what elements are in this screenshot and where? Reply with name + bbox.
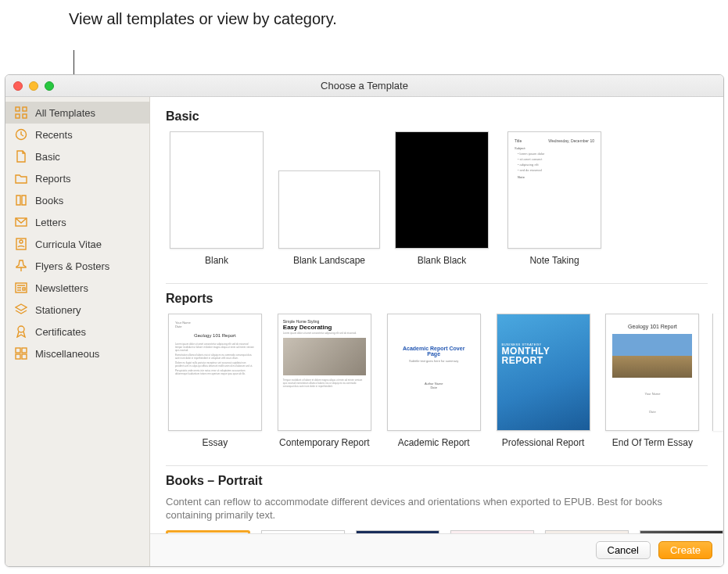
- template-overflow-peek[interactable]: [712, 314, 723, 431]
- profile-icon: [15, 238, 27, 250]
- template-blank-landscape[interactable]: Blank Landscape: [278, 131, 380, 277]
- sidebar-item-label: Curricula Vitae: [35, 239, 102, 250]
- svg-rect-2: [16, 114, 20, 118]
- callout-text: View all templates or view by category.: [69, 9, 337, 29]
- sidebar-item-flyers[interactable]: Flyers & Posters: [5, 255, 149, 277]
- template-thumbnail: Your NameDate Geology 101 Report Lorem i…: [168, 314, 262, 431]
- sidebar-item-label: All Templates: [35, 107, 95, 119]
- template-thumbnail: [395, 131, 489, 249]
- envelope-icon: [15, 216, 27, 228]
- section-title-books: Books – Portrait: [166, 474, 723, 488]
- sidebar-item-label: Basic: [35, 151, 60, 163]
- sidebar-item-stationery[interactable]: Stationery: [5, 299, 149, 321]
- sidebar-item-cv[interactable]: Curricula Vitae: [5, 233, 149, 255]
- document-icon: [15, 150, 27, 163]
- pin-icon: [15, 260, 27, 272]
- template-academic-report[interactable]: Academic Report Cover Page Subtitle text…: [385, 314, 483, 459]
- sidebar-item-label: Recents: [35, 129, 73, 141]
- template-label: Note Taking: [529, 255, 579, 277]
- template-thumbnail: [278, 170, 380, 249]
- template-chooser-window: Choose a Template All Templates Recents …: [5, 74, 724, 567]
- template-label: Academic Report: [398, 437, 470, 459]
- template-label: End Of Term Essay: [612, 437, 693, 459]
- sidebar-item-basic[interactable]: Basic: [5, 145, 149, 167]
- sidebar-item-label: Miscellaneous: [35, 348, 99, 360]
- sidebar-item-label: Certificates: [35, 326, 86, 338]
- sidebar-item-label: Newsletters: [35, 282, 88, 294]
- category-sidebar: All Templates Recents Basic Reports Book…: [5, 97, 150, 566]
- folder-icon: [15, 172, 27, 185]
- svg-rect-12: [16, 354, 20, 359]
- sidebar-item-certificates[interactable]: Certificates: [5, 321, 149, 343]
- svg-rect-3: [23, 114, 27, 118]
- svg-point-9: [18, 326, 24, 332]
- sidebar-item-reports[interactable]: Reports: [5, 167, 149, 189]
- sidebar-item-all-templates[interactable]: All Templates: [5, 102, 149, 124]
- template-thumbnail: Simple Home Styling Easy Decorating Lore…: [278, 314, 371, 431]
- template-blank[interactable]: Blank: [166, 131, 267, 277]
- svg-point-7: [20, 240, 23, 243]
- sidebar-item-label: Flyers & Posters: [35, 260, 109, 272]
- template-professional-report[interactable]: BUSINESS STRATEGY MONTHLY REPORT Profess…: [494, 314, 593, 459]
- sidebar-item-label: Letters: [35, 217, 66, 228]
- section-description-books: Content can reflow to accommodate differ…: [166, 496, 698, 522]
- reports-templates-row: Your NameDate Geology 101 Report Lorem i…: [166, 314, 723, 459]
- close-window-button[interactable]: [13, 81, 23, 91]
- template-thumbnail: Academic Report Cover Page Subtitle text…: [387, 314, 481, 431]
- template-label: Contemporary Report: [279, 437, 369, 459]
- svg-rect-11: [22, 348, 27, 353]
- template-label: Professional Report: [502, 437, 584, 459]
- template-thumbnail: TitleWednesday, December 10 Subject: • l…: [507, 131, 601, 249]
- section-title-reports: Reports: [166, 292, 723, 306]
- section-divider: [166, 283, 708, 284]
- template-contemporary-report[interactable]: Simple Home Styling Easy Decorating Lore…: [275, 314, 374, 459]
- sidebar-item-recents[interactable]: Recents: [5, 124, 149, 145]
- window-title: Choose a Template: [5, 80, 723, 91]
- template-label: Essay: [203, 437, 228, 459]
- traffic-lights: [5, 81, 54, 91]
- sidebar-item-label: Books: [35, 195, 63, 206]
- template-thumbnail: [170, 131, 264, 249]
- svg-rect-0: [16, 107, 20, 111]
- sidebar-item-label: Stationery: [35, 304, 81, 316]
- titlebar: Choose a Template: [5, 75, 723, 97]
- create-button[interactable]: Create: [658, 541, 712, 559]
- svg-rect-1: [23, 107, 27, 111]
- news-icon: [15, 282, 27, 294]
- section-divider: [166, 465, 708, 466]
- basic-templates-row: Blank Blank Landscape Blank Black TitleW: [166, 131, 723, 277]
- clock-icon: [15, 128, 27, 141]
- layers-icon: [15, 303, 27, 316]
- cancel-button[interactable]: Cancel: [596, 541, 651, 559]
- book-icon: [15, 194, 27, 206]
- grid-icon: [15, 106, 27, 119]
- template-scroll-area[interactable]: Basic Blank Blank Landscape Blank Black: [150, 97, 723, 533]
- ribbon-icon: [15, 325, 27, 338]
- misc-icon: [15, 347, 27, 360]
- template-label: Blank Black: [418, 255, 467, 277]
- sidebar-item-books[interactable]: Books: [5, 189, 149, 211]
- template-note-taking[interactable]: TitleWednesday, December 10 Subject: • l…: [504, 131, 605, 277]
- template-essay[interactable]: Your NameDate Geology 101 Report Lorem i…: [166, 314, 264, 459]
- template-end-of-term-essay[interactable]: Geology 101 Report Your Name Date End Of…: [604, 314, 702, 459]
- sidebar-item-letters[interactable]: Letters: [5, 211, 149, 233]
- template-blank-black[interactable]: Blank Black: [391, 131, 493, 277]
- template-label: Blank Landscape: [293, 255, 365, 277]
- template-thumbnail: Geology 101 Report Your Name Date: [605, 314, 699, 431]
- sidebar-item-newsletters[interactable]: Newsletters: [5, 277, 149, 299]
- template-label: Blank: [205, 255, 228, 277]
- minimize-window-button[interactable]: [29, 81, 38, 91]
- template-thumbnail: BUSINESS STRATEGY MONTHLY REPORT: [497, 314, 590, 431]
- zoom-window-button[interactable]: [45, 81, 54, 91]
- window-body: All Templates Recents Basic Reports Book…: [5, 97, 723, 566]
- svg-rect-10: [16, 348, 20, 353]
- footer-bar: Cancel Create: [150, 533, 723, 566]
- sidebar-item-miscellaneous[interactable]: Miscellaneous: [5, 343, 149, 364]
- sidebar-item-label: Reports: [35, 173, 71, 185]
- template-gallery: Basic Blank Blank Landscape Blank Black: [150, 97, 723, 566]
- svg-rect-13: [22, 354, 27, 359]
- section-title-basic: Basic: [166, 109, 723, 124]
